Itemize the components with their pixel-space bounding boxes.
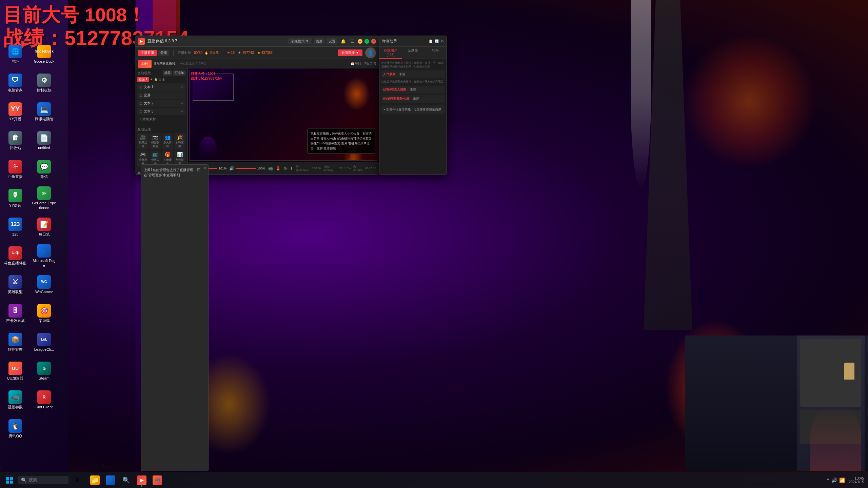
tool-video-poll[interactable]: 🎥 视频连麦 (137, 133, 149, 149)
screen-btn[interactable]: 画屏 (314, 38, 324, 44)
minimize-button[interactable]: — (358, 39, 362, 44)
icon-uu-label: UU加速器 (7, 376, 24, 381)
video-icon[interactable]: 📹 (268, 166, 273, 171)
left-sidebar: 当前场景 场景 可添加 画面 1 👁 🔒 ⚙ 🗑 ☑ 文本 1 ✏ (135, 68, 188, 174)
icon-riot[interactable]: R Riot Client (31, 386, 58, 413)
icon-league-client[interactable]: LoL LeagueCli... (31, 329, 58, 356)
icon-network-label: 网络 (12, 59, 19, 64)
icon-soundcard[interactable]: 🎚 声卡效果桌 (2, 300, 29, 327)
share-btn[interactable]: 分享 (158, 50, 169, 56)
beauty-ctrl-icon[interactable]: 💄 (276, 166, 281, 171)
settings-icon[interactable]: ☰ (349, 38, 356, 44)
icon-douyu-companion-img: 斗伴 (8, 246, 22, 260)
icon-yy-voice[interactable]: 🎙 YY语音 (2, 185, 29, 212)
app-content: 当前场景 场景 可添加 画面 1 👁 🔒 ⚙ 🗑 ☑ 文本 1 ✏ (135, 68, 379, 174)
source-item-text2[interactable]: ☐ 文本 2 ✏ (137, 100, 185, 107)
taskbar-search[interactable]: 🔍 搜索 (18, 476, 68, 484)
icon-pubg[interactable]: 🎯 某游戏 (31, 300, 58, 327)
icon-recycle[interactable]: 🗑 回收站 (2, 127, 29, 154)
task-view-btn[interactable]: ⊞ (70, 473, 85, 488)
close-button[interactable]: ✕ (371, 39, 376, 44)
icon-riot-label: Riot Client (36, 405, 53, 409)
icon-daily-img: 📝 (37, 218, 51, 231)
icon-untitled[interactable]: 📄 untitled (31, 127, 58, 154)
duration-val: 60/60 (194, 51, 202, 55)
start-button[interactable] (3, 473, 16, 487)
source-item-text1[interactable]: ☑ 文本 1 ✏ (137, 83, 185, 91)
tool-screenshot[interactable]: 📷 截图测颜值 (150, 133, 161, 149)
tray-arrow[interactable]: ^ (827, 477, 829, 483)
icon-edge-img: e (37, 244, 51, 258)
close-broadcast-btn[interactable]: 关闭直播 ▼ (338, 49, 362, 56)
windows-logo (6, 477, 13, 484)
taskbar-file-explorer[interactable]: 📁 (87, 473, 102, 488)
source-edit-icon[interactable]: ✏ (181, 85, 183, 89)
icon-pc-manager-label: 电脑管家 (8, 88, 23, 93)
streaming-window: ▶ 直播伴侣 6.3.8.7 常规模式 ▼ 画屏 设置 🔔 ☰ — □ ✕ 主播… (135, 36, 379, 175)
icon-wechat[interactable]: 💬 微信 (31, 156, 58, 183)
icon-control[interactable]: ⚙ 控制板快 (31, 69, 58, 97)
icon-software-mgr[interactable]: 📦 软件管理 (2, 329, 29, 356)
icon-tencent-pc[interactable]: 💻 腾讯电脑管 (31, 98, 58, 125)
speaker-icon[interactable]: 🔊 (229, 166, 234, 171)
source-edit-icon2[interactable]: ✏ (181, 102, 183, 105)
mode-dropdown[interactable]: 常规模式 ▼ (288, 38, 312, 44)
scene-tab-source[interactable]: 场景 (163, 70, 172, 76)
icon-geforce[interactable]: GF GeForce Experience (31, 185, 58, 212)
icon-uu[interactable]: UU UU加速器 (2, 358, 29, 385)
icon-control-label: 控制板快 (37, 88, 52, 93)
tab-online-users[interactable]: 在线用户(423) (379, 47, 402, 59)
icon-edge[interactable]: e Microsoft Edge (31, 242, 58, 269)
source-item-text3[interactable]: ☐ 文本 3 ✏ (137, 108, 185, 115)
tab-activity[interactable]: 活跃度 (402, 47, 424, 59)
tool-multi[interactable]: 👥 多人房间 (162, 133, 173, 149)
icon-league-ally-label: 英雄联盟 (8, 290, 23, 294)
clock-date: 2024/1/15 (849, 480, 864, 484)
avatar[interactable]: 👤 (365, 47, 376, 58)
icon-douyu-live[interactable]: 斗 斗鱼直播 (2, 156, 29, 183)
icon-league-client-img: LoL (37, 333, 51, 346)
header-stats: ❤ 15 👁 757743 ★ 437368 (227, 51, 273, 55)
add-source-btn[interactable]: + 添加素材 (137, 116, 185, 123)
tray-speaker[interactable]: 🔊 (831, 477, 837, 483)
icon-yy-open[interactable]: YY YY开播 (2, 98, 29, 125)
download-ctrl-icon[interactable]: ⬇ (290, 166, 293, 171)
danmaku-copy-icon[interactable]: 📋 (429, 39, 433, 43)
taskbar-game[interactable]: 🎮 (150, 473, 165, 488)
icon-wegame[interactable]: WG WeGamez (31, 271, 58, 298)
scene-tab-avail[interactable]: 可添加 (173, 70, 185, 76)
setting-btn[interactable]: 设置 (327, 38, 337, 44)
sub-header: 直播中 开启前奏直播间... lol石器之音·512中分 📅 每日：3场 (0/… (135, 59, 379, 68)
icon-daily[interactable]: 📝 每日笔 (31, 214, 58, 241)
icon-pc-manager[interactable]: 🛡 电脑管家 (2, 69, 29, 97)
taskbar-search-app[interactable]: 🔍 (119, 473, 134, 488)
icon-network[interactable]: 🌐 网络 (2, 41, 29, 68)
icon-qq[interactable]: 🐧 腾讯QQ (2, 415, 29, 442)
taskbar-streaming[interactable]: ▶ (134, 473, 149, 488)
danmaku-refresh-icon[interactable]: 🔄 (435, 39, 439, 43)
icon-video-param[interactable]: 📹 视频参数 (2, 386, 29, 413)
sys-slider[interactable] (236, 168, 256, 169)
tray-network[interactable]: 📶 (839, 477, 845, 483)
taskbar-edge[interactable]: e (103, 473, 118, 488)
icon-douyu-companion[interactable]: 斗伴 斗鱼直播伴侣 (2, 242, 29, 269)
icon-pc-manager-img: 🛡 (8, 74, 22, 87)
danmaku-settings-icon[interactable]: ⚙ (441, 39, 444, 43)
icon-goose-duck[interactable]: GooseDuck Goose Duck (31, 41, 58, 68)
source-item-fullscreen[interactable]: ☑ 全屏 (137, 92, 185, 99)
maximize-button[interactable]: □ (364, 39, 369, 44)
feature-tip-text: 新增伴侣置顶功能，点击弹幕添加至两屏 (386, 108, 441, 111)
settings-ctrl-icon[interactable]: ⚙ (283, 166, 287, 171)
source-edit-icon3[interactable]: ✏ (181, 110, 183, 113)
icon-123[interactable]: 123 123 (2, 214, 29, 241)
mic-val: 101% (219, 167, 226, 170)
bell-icon[interactable]: 🔔 (339, 38, 347, 44)
icon-league-ally[interactable]: ⚔ 英雄联盟 (2, 271, 29, 298)
icon-steam[interactable]: ♨ Steam (31, 358, 58, 385)
anchor-home-btn[interactable]: 主播首页 (138, 50, 157, 56)
notif-close-btn[interactable]: × (204, 166, 206, 171)
taskbar-clock[interactable]: 13:45 2024/1/15 (848, 476, 866, 484)
tab-fans[interactable]: 钻粉 (424, 47, 447, 59)
preview-tooltip: 鼠标左键拖拽，拉伸改变大小和位置，右键调出菜单 接住Alt+Shift点击键控按… (308, 128, 375, 154)
tool-cheer[interactable]: 🎉 欢呼落雨 (174, 133, 185, 149)
